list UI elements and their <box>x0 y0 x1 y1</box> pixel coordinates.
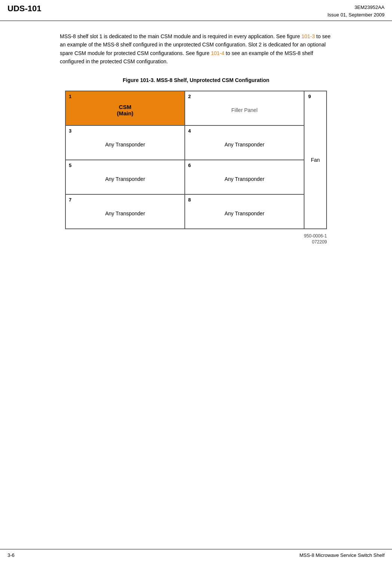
slot-3-number: 3 <box>69 128 71 134</box>
slot-5: 5 Any Transponder <box>66 160 185 194</box>
link-101-3[interactable]: 101-3 <box>301 33 315 39</box>
document-info: 3EM23952AA Issue 01, September 2009 <box>328 4 385 18</box>
slot-2-label: Filler Panel <box>189 94 300 123</box>
slot-5-number: 5 <box>69 163 71 168</box>
figure-caption: 950-0006-1 072209 <box>65 233 327 246</box>
slot-8: 8 Any Transponder <box>185 195 304 228</box>
link-101-4[interactable]: 101-4 <box>211 50 224 56</box>
figure-title: Figure 101-3. MSS-8 Shelf, Unprotected C… <box>60 77 332 83</box>
doc-number: 3EM23952AA <box>328 4 385 11</box>
slot-6: 6 Any Transponder <box>185 160 304 194</box>
slot-1-number: 1 <box>69 94 71 99</box>
document-title: UDS-101 <box>7 4 41 13</box>
shelf-row-1: 1 CSM(Main) 2 Filler Panel <box>66 91 304 126</box>
slot-7-number: 7 <box>69 197 71 203</box>
page-footer: 3-6 MSS-8 Microwave Service Switch Shelf <box>0 549 392 561</box>
slot-4-number: 4 <box>188 128 191 134</box>
slot-7-label: Any Transponder <box>70 197 181 226</box>
shelf-row-2: 3 Any Transponder 4 Any Transponder <box>66 126 304 160</box>
slot-1: 1 CSM(Main) <box>66 91 185 125</box>
slot-9-fan: 9 Fan <box>304 91 326 228</box>
slot-2: 2 Filler Panel <box>185 91 304 125</box>
slot-8-number: 8 <box>188 197 191 203</box>
slot-2-number: 2 <box>188 94 191 99</box>
page-header: UDS-101 3EM23952AA Issue 01, September 2… <box>0 0 392 21</box>
slot-1-label: CSM(Main) <box>70 94 181 123</box>
slot-3: 3 Any Transponder <box>66 126 185 160</box>
caption-line2: 072209 <box>65 239 327 245</box>
shelf-slots: 1 CSM(Main) 2 Filler Panel 3 Any Transpo… <box>66 91 304 228</box>
page-number: 3-6 <box>7 552 15 558</box>
shelf-row-4: 7 Any Transponder 8 Any Transponder <box>66 195 304 228</box>
slot-4: 4 Any Transponder <box>185 126 304 160</box>
product-name: MSS-8 Microwave Service Switch Shelf <box>299 552 385 558</box>
shelf-row-3: 5 Any Transponder 6 Any Transponder <box>66 160 304 195</box>
slot-5-label: Any Transponder <box>70 163 181 192</box>
doc-issue: Issue 01, September 2009 <box>328 11 385 19</box>
slot-3-label: Any Transponder <box>70 128 181 157</box>
shelf-diagram: 1 CSM(Main) 2 Filler Panel 3 Any Transpo… <box>65 91 327 229</box>
slot-4-label: Any Transponder <box>189 128 300 157</box>
caption-line1: 950-0006-1 <box>65 233 327 239</box>
fan-label: Fan <box>311 157 320 163</box>
slot-9-number: 9 <box>307 94 311 99</box>
body-paragraph: MSS-8 shelf slot 1 is dedicated to the m… <box>60 32 332 66</box>
main-content: MSS-8 shelf slot 1 is dedicated to the m… <box>0 21 392 257</box>
slot-7: 7 Any Transponder <box>66 195 185 228</box>
slot-8-label: Any Transponder <box>189 197 300 226</box>
slot-6-number: 6 <box>188 163 191 168</box>
slot-6-label: Any Transponder <box>189 163 300 192</box>
